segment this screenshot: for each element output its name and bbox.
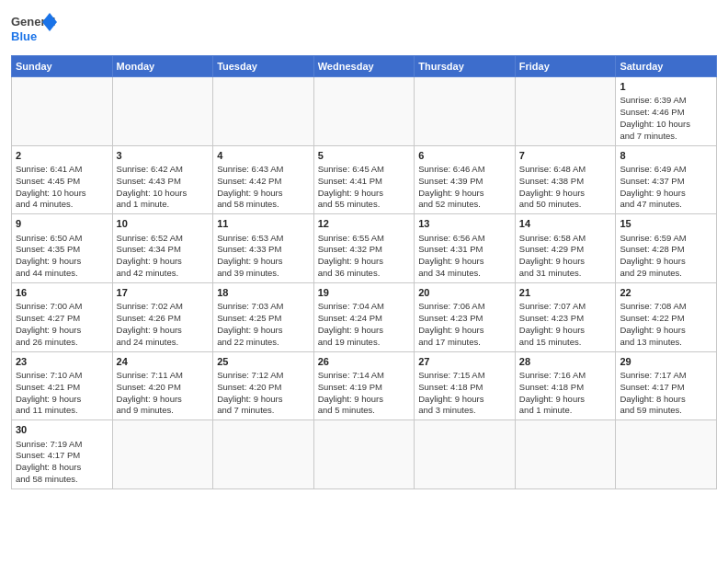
calendar-cell: 23Sunrise: 7:10 AMSunset: 4:21 PMDayligh… — [12, 351, 113, 420]
calendar-cell — [12, 77, 113, 146]
svg-text:Blue: Blue — [11, 29, 37, 43]
calendar-cell — [415, 77, 516, 146]
day-number: 8 — [620, 149, 712, 163]
calendar-cell: 19Sunrise: 7:04 AMSunset: 4:24 PMDayligh… — [313, 282, 415, 351]
day-number: 12 — [318, 217, 411, 231]
day-number: 6 — [418, 149, 511, 163]
calendar-cell: 9Sunrise: 6:50 AMSunset: 4:35 PMDaylight… — [12, 214, 113, 283]
calendar-header: SundayMondayTuesdayWednesdayThursdayFrid… — [12, 56, 717, 77]
calendar-cell — [213, 77, 314, 146]
day-info: Sunrise: 6:45 AMSunset: 4:41 PMDaylight:… — [318, 164, 411, 211]
day-number: 11 — [217, 217, 310, 231]
calendar-cell: 10Sunrise: 6:52 AMSunset: 4:34 PMDayligh… — [112, 214, 213, 283]
day-info: Sunrise: 7:16 AMSunset: 4:18 PMDaylight:… — [519, 370, 612, 417]
day-info: Sunrise: 7:04 AMSunset: 4:24 PMDaylight:… — [318, 301, 411, 348]
day-number: 17 — [117, 286, 210, 300]
calendar-cell: 26Sunrise: 7:14 AMSunset: 4:19 PMDayligh… — [313, 351, 415, 420]
day-info: Sunrise: 6:41 AMSunset: 4:45 PMDaylight:… — [16, 164, 108, 211]
day-number: 23 — [16, 355, 108, 369]
calendar-cell — [616, 420, 717, 489]
day-info: Sunrise: 7:08 AMSunset: 4:22 PMDaylight:… — [620, 301, 712, 348]
calendar-week-2: 9Sunrise: 6:50 AMSunset: 4:35 PMDaylight… — [12, 214, 717, 283]
day-info: Sunrise: 7:03 AMSunset: 4:25 PMDaylight:… — [217, 301, 310, 348]
day-info: Sunrise: 6:49 AMSunset: 4:37 PMDaylight:… — [620, 164, 712, 211]
day-number: 26 — [318, 355, 411, 369]
day-number: 13 — [418, 217, 511, 231]
day-number: 27 — [418, 355, 511, 369]
calendar-cell: 29Sunrise: 7:17 AMSunset: 4:17 PMDayligh… — [616, 351, 717, 420]
calendar-week-5: 30Sunrise: 7:19 AMSunset: 4:17 PMDayligh… — [12, 420, 717, 489]
day-number: 19 — [318, 286, 411, 300]
generalblue-logo-icon: General Blue — [11, 9, 57, 50]
weekday-friday: Friday — [515, 56, 616, 77]
day-number: 10 — [117, 217, 210, 231]
calendar-week-0: 1Sunrise: 6:39 AMSunset: 4:46 PMDaylight… — [12, 77, 717, 146]
weekday-tuesday: Tuesday — [213, 56, 314, 77]
calendar-cell — [313, 420, 415, 489]
calendar-cell: 1Sunrise: 6:39 AMSunset: 4:46 PMDaylight… — [616, 77, 717, 146]
day-info: Sunrise: 7:11 AMSunset: 4:20 PMDaylight:… — [117, 370, 210, 417]
day-info: Sunrise: 6:48 AMSunset: 4:38 PMDaylight:… — [519, 164, 612, 211]
day-number: 28 — [519, 355, 612, 369]
calendar-week-3: 16Sunrise: 7:00 AMSunset: 4:27 PMDayligh… — [12, 282, 717, 351]
weekday-saturday: Saturday — [616, 56, 717, 77]
day-info: Sunrise: 6:58 AMSunset: 4:29 PMDaylight:… — [519, 233, 612, 280]
calendar-cell: 27Sunrise: 7:15 AMSunset: 4:18 PMDayligh… — [415, 351, 516, 420]
day-number: 1 — [620, 80, 712, 94]
calendar-cell: 16Sunrise: 7:00 AMSunset: 4:27 PMDayligh… — [12, 282, 113, 351]
weekday-wednesday: Wednesday — [313, 56, 415, 77]
day-number: 4 — [217, 149, 310, 163]
calendar-cell: 20Sunrise: 7:06 AMSunset: 4:23 PMDayligh… — [415, 282, 516, 351]
day-number: 15 — [620, 217, 712, 231]
calendar-cell: 8Sunrise: 6:49 AMSunset: 4:37 PMDaylight… — [616, 145, 717, 214]
day-info: Sunrise: 6:42 AMSunset: 4:43 PMDaylight:… — [117, 164, 210, 211]
calendar-cell: 13Sunrise: 6:56 AMSunset: 4:31 PMDayligh… — [415, 214, 516, 283]
day-number: 21 — [519, 286, 612, 300]
calendar-cell: 14Sunrise: 6:58 AMSunset: 4:29 PMDayligh… — [515, 214, 616, 283]
calendar-cell — [112, 420, 213, 489]
calendar-cell — [112, 77, 213, 146]
day-info: Sunrise: 7:06 AMSunset: 4:23 PMDaylight:… — [418, 301, 511, 348]
calendar-table: SundayMondayTuesdayWednesdayThursdayFrid… — [11, 55, 717, 489]
day-info: Sunrise: 7:19 AMSunset: 4:17 PMDaylight:… — [16, 439, 108, 486]
day-info: Sunrise: 7:17 AMSunset: 4:17 PMDaylight:… — [620, 370, 712, 417]
day-info: Sunrise: 6:46 AMSunset: 4:39 PMDaylight:… — [418, 164, 511, 211]
calendar-cell: 28Sunrise: 7:16 AMSunset: 4:18 PMDayligh… — [515, 351, 616, 420]
calendar-cell — [515, 420, 616, 489]
calendar-cell: 25Sunrise: 7:12 AMSunset: 4:20 PMDayligh… — [213, 351, 314, 420]
calendar-cell: 2Sunrise: 6:41 AMSunset: 4:45 PMDaylight… — [12, 145, 113, 214]
weekday-monday: Monday — [112, 56, 213, 77]
calendar-cell: 11Sunrise: 6:53 AMSunset: 4:33 PMDayligh… — [213, 214, 314, 283]
day-number: 5 — [318, 149, 411, 163]
calendar-cell: 22Sunrise: 7:08 AMSunset: 4:22 PMDayligh… — [616, 282, 717, 351]
day-number: 16 — [16, 286, 108, 300]
page: General Blue SundayMondayTuesdayWednesda… — [0, 0, 728, 563]
logo: General Blue — [11, 9, 57, 50]
calendar-cell: 24Sunrise: 7:11 AMSunset: 4:20 PMDayligh… — [112, 351, 213, 420]
calendar-cell: 4Sunrise: 6:43 AMSunset: 4:42 PMDaylight… — [213, 145, 314, 214]
calendar-cell: 17Sunrise: 7:02 AMSunset: 4:26 PMDayligh… — [112, 282, 213, 351]
day-number: 25 — [217, 355, 310, 369]
day-info: Sunrise: 6:53 AMSunset: 4:33 PMDaylight:… — [217, 233, 310, 280]
day-info: Sunrise: 6:59 AMSunset: 4:28 PMDaylight:… — [620, 233, 712, 280]
header: General Blue — [11, 9, 717, 50]
day-number: 30 — [16, 423, 108, 437]
day-number: 22 — [620, 286, 712, 300]
calendar-cell — [415, 420, 516, 489]
day-number: 9 — [16, 217, 108, 231]
calendar-cell: 3Sunrise: 6:42 AMSunset: 4:43 PMDaylight… — [112, 145, 213, 214]
calendar-cell — [213, 420, 314, 489]
calendar-cell — [313, 77, 415, 146]
day-number: 29 — [620, 355, 712, 369]
day-info: Sunrise: 6:43 AMSunset: 4:42 PMDaylight:… — [217, 164, 310, 211]
calendar-cell: 12Sunrise: 6:55 AMSunset: 4:32 PMDayligh… — [313, 214, 415, 283]
calendar-cell — [515, 77, 616, 146]
calendar-cell: 30Sunrise: 7:19 AMSunset: 4:17 PMDayligh… — [12, 420, 113, 489]
calendar-week-1: 2Sunrise: 6:41 AMSunset: 4:45 PMDaylight… — [12, 145, 717, 214]
calendar-cell: 15Sunrise: 6:59 AMSunset: 4:28 PMDayligh… — [616, 214, 717, 283]
day-number: 20 — [418, 286, 511, 300]
day-number: 18 — [217, 286, 310, 300]
day-info: Sunrise: 7:00 AMSunset: 4:27 PMDaylight:… — [16, 301, 108, 348]
weekday-thursday: Thursday — [415, 56, 516, 77]
day-info: Sunrise: 7:07 AMSunset: 4:23 PMDaylight:… — [519, 301, 612, 348]
